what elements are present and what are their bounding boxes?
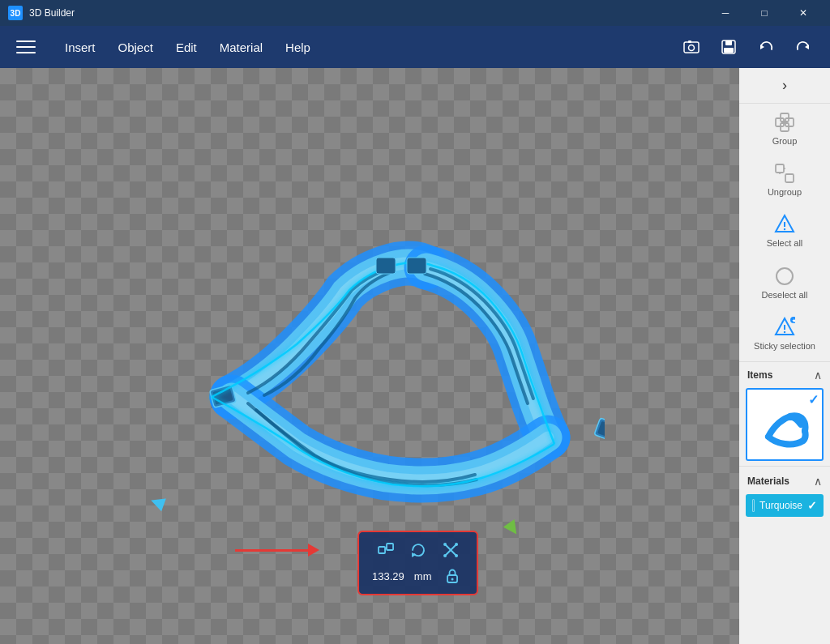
divider-1 [739, 361, 830, 362]
svg-marker-8 [760, 45, 764, 49]
item-thumbnail[interactable]: ✓ [746, 388, 824, 461]
bottom-toolbar: 133.29 mm [357, 531, 478, 595]
svg-rect-31 [781, 123, 789, 131]
svg-rect-15 [407, 258, 426, 274]
sticky-selection-label: Sticky selection [754, 341, 815, 352]
divider-2 [739, 466, 830, 467]
svg-point-24 [443, 554, 447, 557]
menu-edit[interactable]: Edit [165, 34, 208, 61]
ungroup-icon [774, 163, 795, 184]
sidebar-item-select-all[interactable]: Select all [739, 206, 830, 257]
sidebar-item-ungroup[interactable]: Ungroup [739, 155, 830, 206]
ungroup-label: Ungroup [768, 187, 802, 198]
resize-icon-button[interactable] [374, 539, 397, 561]
hamburger-menu[interactable] [11, 32, 41, 62]
items-label: Items [747, 369, 772, 381]
rotate-icon-button[interactable] [407, 539, 430, 561]
svg-marker-19 [412, 552, 416, 557]
svg-rect-30 [781, 113, 789, 122]
select-all-label: Select all [767, 238, 803, 249]
svg-text:3D: 3D [11, 9, 21, 18]
lock-icon-button[interactable] [441, 565, 464, 587]
screenshot-icon [682, 38, 700, 56]
arrow-indicator [235, 544, 319, 557]
arrow-head [308, 544, 319, 557]
toolbar-value: 133.29 [372, 570, 404, 582]
svg-rect-28 [776, 118, 784, 126]
rotate-icon [409, 540, 428, 560]
close-button[interactable]: ✕ [785, 0, 822, 26]
select-all-icon [774, 214, 795, 235]
undo-icon [757, 38, 775, 56]
menu-bar-right [676, 32, 819, 62]
title-bar: 3D 3D Builder ─ □ ✕ [0, 0, 830, 26]
menu-insert[interactable]: Insert [53, 34, 107, 61]
maximize-button[interactable]: □ [746, 0, 783, 26]
svg-point-22 [443, 543, 447, 546]
lock-icon [444, 568, 460, 584]
item-preview-svg [756, 400, 813, 449]
toolbar-top-row [374, 539, 462, 561]
svg-rect-16 [379, 547, 385, 553]
viewport[interactable]: ▶ ▶ [0, 68, 739, 644]
material-check-icon: ✓ [807, 499, 817, 512]
svg-point-3 [689, 45, 695, 51]
materials-collapse-icon[interactable]: ∧ [814, 475, 822, 488]
save-icon [720, 38, 738, 56]
svg-point-38 [784, 228, 785, 230]
svg-rect-4 [688, 41, 691, 43]
group-label: Group [772, 136, 798, 147]
sticky-selection-icon: ★ [774, 317, 795, 338]
material-item-turquoise[interactable]: Turquoise ✓ [746, 494, 824, 517]
deselect-all-icon [774, 266, 795, 287]
main-layout: ▶ ▶ [0, 68, 830, 644]
menu-help[interactable]: Help [274, 34, 322, 61]
svg-rect-32 [776, 164, 784, 173]
items-collapse-icon[interactable]: ∧ [814, 369, 822, 382]
title-bar-left: 3D 3D Builder [8, 6, 75, 20]
menu-material[interactable]: Material [208, 34, 274, 61]
app-icon: 3D [8, 6, 23, 20]
svg-rect-14 [376, 258, 396, 274]
screenshot-button[interactable] [676, 32, 707, 62]
deselect-all-label: Deselect all [762, 290, 808, 301]
redo-button[interactable] [788, 32, 819, 62]
save-button[interactable] [713, 32, 744, 62]
title-bar-title: 3D Builder [29, 7, 75, 19]
svg-rect-6 [725, 41, 732, 45]
redo-icon [794, 38, 812, 56]
collapse-arrow-icon: › [782, 77, 787, 94]
menu-object[interactable]: Object [107, 34, 165, 61]
items-section-header: Items ∧ [739, 364, 830, 385]
svg-rect-29 [785, 118, 794, 126]
sidebar-item-group[interactable]: Group [739, 104, 830, 155]
minimize-button[interactable]: ─ [707, 0, 744, 26]
title-bar-controls: ─ □ ✕ [707, 0, 822, 26]
right-sidebar: › Group Ungroup [739, 68, 830, 644]
materials-label: Materials [747, 476, 789, 487]
svg-marker-9 [805, 45, 809, 49]
arrow-line [235, 549, 308, 552]
svg-point-39 [777, 268, 793, 284]
transform-icon-button[interactable] [439, 539, 462, 561]
sidebar-item-deselect-all[interactable]: Deselect all [739, 258, 830, 309]
svg-point-42 [784, 331, 785, 333]
toolbar-bottom-row: 133.29 mm [372, 565, 464, 587]
svg-rect-17 [387, 544, 393, 550]
svg-text:★: ★ [792, 318, 796, 323]
sidebar-item-sticky-selection[interactable]: ★ Sticky selection [739, 309, 830, 360]
svg-point-23 [455, 543, 458, 546]
svg-rect-7 [724, 48, 734, 53]
item-check-icon: ✓ [808, 392, 819, 407]
materials-section-header: Materials ∧ [739, 468, 830, 491]
undo-button[interactable] [751, 32, 781, 62]
transform-icon [441, 540, 460, 560]
track-model-svg [135, 186, 605, 527]
toolbar-unit: mm [414, 570, 432, 582]
material-color-swatch [752, 499, 755, 512]
menu-bar: Insert Object Edit Material Help [0, 26, 830, 68]
sidebar-collapse-button[interactable]: › [739, 68, 830, 104]
svg-rect-33 [785, 174, 794, 182]
group-icon [774, 112, 795, 133]
material-name: Turquoise [759, 500, 802, 511]
